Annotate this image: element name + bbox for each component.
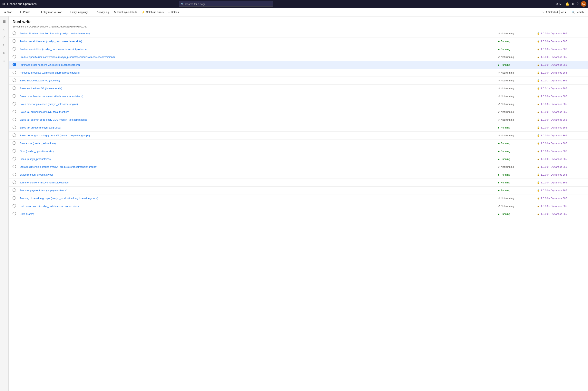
row-checkbox[interactable] [12, 126, 20, 130]
row-checkbox[interactable] [12, 196, 20, 200]
row-checkbox[interactable] [12, 149, 20, 153]
row-checkbox[interactable] [12, 204, 20, 208]
global-search-bar[interactable]: 🔍 Search for a page [179, 1, 273, 7]
radio-circle[interactable] [12, 196, 16, 200]
entity-map-version-button[interactable]: ☰ Entity map version [36, 10, 64, 14]
table-row[interactable]: Sales tax exempt code entity CDS (msdyn_… [9, 116, 588, 124]
entity-name[interactable]: Purchase order headers V2 (msdyn_purchas… [20, 63, 498, 66]
search-button[interactable]: 🔍 Search [570, 10, 586, 14]
table-row[interactable]: Storage dimension groups (msdyn_products… [9, 163, 588, 171]
radio-circle[interactable] [12, 102, 16, 105]
radio-circle[interactable] [12, 157, 16, 161]
row-checkbox[interactable] [12, 118, 20, 122]
row-checkbox[interactable] [12, 55, 20, 59]
table-row[interactable]: Purchase order headers V2 (msdyn_purchas… [9, 61, 588, 69]
entity-name[interactable]: Sales order origin codes (msdyn_salesord… [20, 102, 498, 105]
table-row[interactable]: Sales tax ledger posting groups V2 (msdy… [9, 132, 588, 139]
entity-name[interactable]: Sales order header document attachments … [20, 95, 498, 98]
table-row[interactable]: Released products V2 (msdyn_sharedproduc… [9, 69, 588, 77]
entity-name[interactable]: Sites (msdyn_operationalsites) [20, 150, 498, 153]
row-checkbox[interactable] [12, 39, 20, 43]
table-row[interactable]: Sales order origin codes (msdyn_salesord… [9, 100, 588, 108]
table-row[interactable]: Sales invoice lines V2 (invoicedetails) … [9, 85, 588, 93]
table-row[interactable]: Salutations (msdyn_salutations) ▶ Runnin… [9, 139, 588, 147]
row-checkbox[interactable] [12, 188, 20, 193]
row-checkbox[interactable] [12, 173, 20, 177]
table-row[interactable]: Product specific unit conversions (msdyn… [9, 53, 588, 61]
table-row[interactable]: Sales tax authorities (msdyn_taxauthorit… [9, 108, 588, 116]
pause-button[interactable]: ⏸ Pause [17, 10, 32, 14]
radio-circle[interactable] [12, 71, 16, 74]
entity-name[interactable]: Product Number Identified Barcode (msdyn… [20, 32, 498, 35]
sidebar-workspaces-icon[interactable]: ⊞ [1, 49, 8, 57]
row-checkbox[interactable] [12, 86, 20, 91]
radio-circle[interactable] [12, 63, 16, 66]
settings-icon[interactable]: ⚙ [572, 2, 575, 6]
radio-circle[interactable] [12, 141, 16, 145]
radio-circle[interactable] [12, 204, 16, 207]
entity-name[interactable]: Sales invoice lines V2 (invoicedetails) [20, 87, 498, 90]
entity-name[interactable]: Tracking dimension groups (msdyn_product… [20, 197, 498, 200]
entity-name[interactable]: Sales invoice headers V2 (invoices) [20, 79, 498, 82]
row-checkbox[interactable] [12, 141, 20, 145]
details-button[interactable]: ○ Details [166, 10, 181, 14]
radio-circle[interactable] [12, 110, 16, 113]
row-checkbox[interactable] [12, 181, 20, 185]
entity-name[interactable]: Units (uoms) [20, 212, 498, 215]
table-row[interactable]: Product receipt header (msdyn_purchaseor… [9, 37, 588, 45]
row-checkbox[interactable] [12, 165, 20, 169]
radio-circle[interactable] [12, 126, 16, 129]
radio-circle[interactable] [12, 149, 16, 153]
help-icon[interactable]: ? [577, 2, 579, 6]
radio-circle[interactable] [12, 118, 16, 121]
table-row[interactable]: Product receipt line (msdyn_purchaseorde… [9, 45, 588, 53]
row-checkbox[interactable] [12, 102, 20, 106]
notification-icon[interactable]: 🔔 [565, 2, 569, 6]
table-row[interactable]: Sales order header document attachments … [9, 93, 588, 100]
row-checkbox[interactable] [12, 79, 20, 83]
radio-circle[interactable] [12, 86, 16, 90]
entity-name[interactable]: Sales tax authorities (msdyn_taxauthorit… [20, 110, 498, 113]
sidebar-favorites-icon[interactable]: ☆ [1, 34, 8, 41]
row-checkbox[interactable] [12, 63, 20, 67]
entity-mappings-button[interactable]: ☰ Entity mappings [65, 10, 91, 14]
user-avatar[interactable]: AD [581, 1, 587, 7]
entity-name[interactable]: Product specific unit conversions (msdyn… [20, 56, 498, 58]
entity-name[interactable]: Sales tax groups (msdyn_taxgroups) [20, 126, 498, 129]
stop-button[interactable]: ■ Stop [2, 10, 14, 14]
row-checkbox[interactable] [12, 47, 20, 51]
activity-log-button[interactable]: ☰ Activity log [91, 10, 111, 14]
table-row[interactable]: Terms of delivery (msdyn_termsofdeliveri… [9, 179, 588, 187]
sidebar-list-icon[interactable]: ≡ [1, 57, 8, 64]
radio-circle[interactable] [12, 47, 16, 51]
entity-name[interactable]: Styles (msdyn_productstyles) [20, 173, 498, 176]
filter-all-dropdown[interactable]: All ▾ [559, 10, 568, 14]
row-checkbox[interactable] [12, 133, 20, 138]
radio-circle[interactable] [12, 94, 16, 98]
radio-circle[interactable] [12, 188, 16, 192]
entity-name[interactable]: Released products V2 (msdyn_sharedproduc… [20, 71, 498, 74]
entity-name[interactable]: Sales tax ledger posting groups V2 (msdy… [20, 134, 498, 137]
entity-name[interactable]: Product receipt line (msdyn_purchaseorde… [20, 48, 498, 51]
table-row[interactable]: Unit conversions (msdyn_unitofmeasurecon… [9, 202, 588, 210]
row-checkbox[interactable] [12, 212, 20, 216]
table-row[interactable]: Product Number Identified Barcode (msdyn… [9, 30, 588, 37]
app-grid-icon[interactable]: ⊞ [1, 1, 6, 7]
table-row[interactable]: Units (uoms) ▶ Running 🔒 1.0.0.0 - Dynam… [9, 210, 588, 218]
radio-circle[interactable] [12, 31, 16, 35]
radio-circle[interactable] [12, 212, 16, 215]
entity-name[interactable]: Sales tax exempt code entity CDS (msdyn_… [20, 118, 498, 121]
row-checkbox[interactable] [12, 157, 20, 161]
entity-name[interactable]: Storage dimension groups (msdyn_products… [20, 165, 498, 168]
catchup-errors-button[interactable]: ⚡ Catch-up errors [140, 10, 166, 14]
sidebar-menu-icon[interactable]: ☰ [1, 18, 8, 25]
radio-circle[interactable] [12, 173, 16, 176]
radio-circle[interactable] [12, 133, 16, 137]
radio-circle[interactable] [12, 39, 16, 43]
entity-name[interactable]: Product receipt header (msdyn_purchaseor… [20, 40, 498, 43]
sidebar-home-icon[interactable]: ⌂ [1, 26, 8, 33]
initial-sync-button[interactable]: ↻ Initial sync details [112, 10, 139, 14]
entity-name[interactable]: Terms of payment (msdyn_paymentterms) [20, 189, 498, 192]
table-row[interactable]: Sites (msdyn_operationalsites) ▶ Running… [9, 147, 588, 155]
radio-circle[interactable] [12, 181, 16, 184]
